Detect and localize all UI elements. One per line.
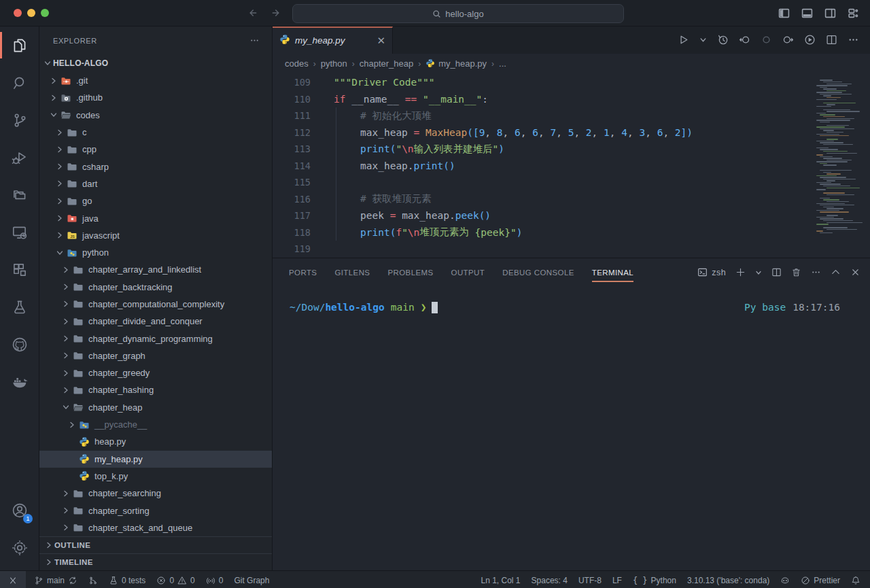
terminal[interactable]: ~/Dow/hello-algomain❯ Py base18:17:16 [273, 287, 870, 570]
next-change-icon[interactable] [782, 34, 794, 46]
code-line[interactable]: 111# 初始化大顶堆 [273, 107, 870, 124]
prettier-status[interactable]: Prettier [795, 576, 846, 585]
tree-item[interactable]: chapter_sorting [39, 502, 272, 519]
panel-tab-problems[interactable]: PROBLEMS [387, 258, 433, 287]
encoding[interactable]: UTF-8 [573, 576, 607, 585]
terminal-shell-selector[interactable]: zsh [697, 267, 726, 277]
notifications[interactable] [846, 576, 866, 585]
run-dropdown-icon[interactable] [699, 36, 707, 44]
tree-item[interactable]: chapter_divide_and_conquer [39, 313, 272, 330]
code-line[interactable]: 115 [273, 174, 870, 191]
tree-item[interactable]: java [39, 209, 272, 226]
close-tab-icon[interactable]: ✕ [377, 35, 385, 47]
language-mode[interactable]: { }Python [627, 576, 682, 585]
tree-item[interactable]: chapter_greedy [39, 364, 272, 381]
tree-item[interactable]: chapter_computational_complexity [39, 296, 272, 313]
copilot-status[interactable] [775, 576, 795, 585]
split-panel-icon[interactable] [771, 267, 782, 277]
tree-item[interactable]: chapter_stack_and_queue [39, 519, 272, 536]
code-line[interactable]: 117peek = max_heap.peek() [273, 207, 870, 224]
code-line[interactable]: 110if __name__ == "__main__": [273, 90, 870, 107]
tree-item[interactable]: chapter_backtracking [39, 279, 272, 296]
breadcrumb-item[interactable]: ... [499, 58, 506, 69]
zoom-window-button[interactable] [41, 9, 49, 17]
tree-item[interactable]: codes [39, 107, 272, 124]
more-icon[interactable] [811, 267, 821, 277]
tree-item[interactable]: my_heap.py [39, 451, 272, 468]
tab-my-heap-py[interactable]: my_heap.py ✕ [273, 27, 393, 54]
close-icon[interactable] [850, 267, 860, 277]
code-editor[interactable]: 109"""Driver Code"""110if __name__ == "_… [273, 74, 870, 258]
git-graph-button[interactable] [83, 571, 103, 588]
code-line[interactable]: 118print(f"\n堆顶元素为 {peek}") [273, 224, 870, 241]
activity-accounts[interactable]: 1 [0, 491, 39, 529]
indentation[interactable]: Spaces: 4 [526, 576, 573, 585]
tree-item[interactable]: .github [39, 89, 272, 106]
history-forward-icon[interactable] [271, 7, 283, 19]
tree-item[interactable]: heap.py [39, 433, 272, 450]
activity-extensions[interactable] [0, 251, 39, 288]
minimap[interactable] [813, 74, 870, 258]
layout-secondary-icon[interactable] [824, 7, 836, 19]
code-line[interactable]: 116# 获取堆顶元素 [273, 190, 870, 207]
activity-testing[interactable] [0, 288, 39, 326]
code-line[interactable]: 114max_heap.print() [273, 157, 870, 174]
tree-item[interactable]: chapter_searching [39, 485, 272, 502]
run-icon[interactable] [678, 34, 689, 46]
activity-settings[interactable] [0, 529, 39, 566]
tree-item[interactable]: c [39, 124, 272, 141]
panel-tab-ports[interactable]: PORTS [289, 258, 317, 287]
eol[interactable]: LF [607, 576, 627, 585]
layout-customize-icon[interactable] [848, 7, 859, 19]
panel-tab-debug-console[interactable]: DEBUG CONSOLE [502, 258, 574, 287]
activity-docker[interactable] [0, 363, 39, 400]
tree-item[interactable]: .git [39, 72, 272, 89]
history-back-icon[interactable] [246, 7, 258, 19]
change-icon[interactable] [761, 34, 772, 46]
minimize-window-button[interactable] [27, 9, 35, 17]
close-window-button[interactable] [14, 9, 22, 17]
add-icon[interactable] [735, 267, 746, 277]
prev-change-icon[interactable] [739, 34, 750, 46]
tree-item[interactable]: csharp [39, 158, 272, 175]
split-editor-icon[interactable] [826, 34, 837, 46]
activity-search[interactable] [0, 64, 39, 101]
code-line[interactable]: 119 [273, 241, 870, 258]
breadcrumb-item[interactable]: codes [285, 58, 309, 69]
branch-status[interactable]: main [29, 571, 83, 588]
activity-remote-explorer[interactable] [0, 213, 39, 251]
panel-tab-output[interactable]: OUTPUT [451, 258, 485, 287]
dropdown-icon[interactable] [755, 269, 762, 276]
breadcrumb-item[interactable]: python [321, 58, 347, 69]
remote-indicator[interactable] [0, 571, 26, 588]
breadcrumb-item[interactable]: my_heap.py [425, 58, 487, 69]
run-or-debug-icon[interactable] [804, 34, 816, 46]
command-center-search[interactable]: hello-algo [292, 4, 624, 23]
file-history-icon[interactable] [717, 34, 729, 46]
layout-panel-icon[interactable] [801, 7, 813, 19]
activity-source-control[interactable] [0, 101, 39, 139]
layout-sidebar-icon[interactable] [778, 7, 790, 19]
tree-item[interactable]: __pycache__ [39, 416, 272, 433]
git-graph-label[interactable]: Git Graph [228, 571, 275, 588]
tree-item[interactable]: chapter_graph [39, 347, 272, 364]
cursor-position[interactable]: Ln 1, Col 1 [475, 576, 525, 585]
activity-run-debug[interactable] [0, 139, 39, 176]
code-line[interactable]: 113print("\n输入列表并建堆后") [273, 141, 870, 158]
maximize-icon[interactable] [831, 267, 841, 277]
breadcrumb-item[interactable]: chapter_heap [360, 58, 414, 69]
activity-github[interactable] [0, 326, 39, 363]
tree-item[interactable]: go [39, 192, 272, 209]
activity-explorer[interactable] [0, 27, 39, 64]
code-line[interactable]: 109"""Driver Code""" [273, 74, 870, 91]
tree-item[interactable]: python [39, 244, 272, 261]
python-interpreter[interactable]: 3.10.13 ('base': conda) [682, 576, 775, 585]
problems-status[interactable]: 00 [151, 571, 200, 588]
more-icon[interactable] [848, 34, 859, 46]
tree-item[interactable]: chapter_array_and_linkedlist [39, 261, 272, 278]
tree-item[interactable]: dart [39, 175, 272, 192]
trash-icon[interactable] [791, 267, 801, 277]
code-line[interactable]: 112max_heap = MaxHeap([9, 8, 6, 6, 7, 5,… [273, 124, 870, 141]
tree-item[interactable]: chapter_dynamic_programming [39, 330, 272, 347]
panel-tab-terminal[interactable]: TERMINAL [592, 258, 633, 287]
